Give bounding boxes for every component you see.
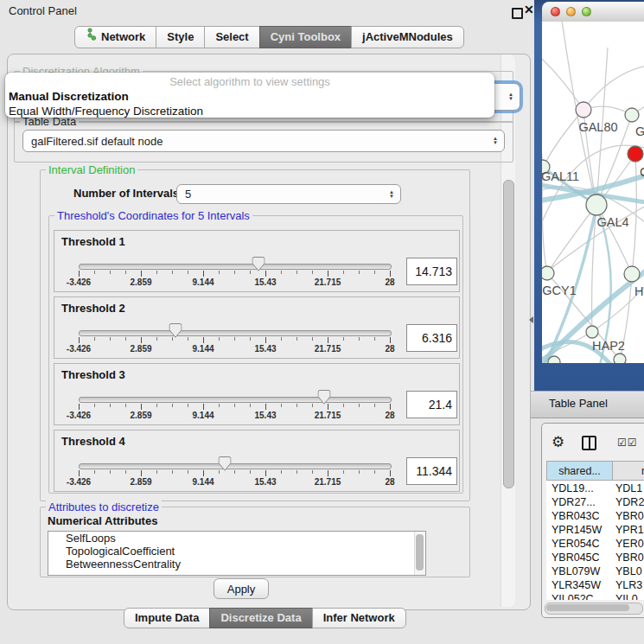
dropdown-item-equal-width[interactable]: Equal Width/Frequency Discretization	[5, 104, 494, 118]
network-canvas[interactable]: GAL80GACGAL11GAL4GCY1HHAP2	[542, 22, 644, 363]
column-header-name[interactable]: na	[612, 461, 644, 481]
dropdown-item-manual-discretization[interactable]: Manual Discretization	[5, 89, 494, 104]
table-row[interactable]: YBL079WYBL0	[546, 564, 644, 578]
network-node-label: GAL4	[596, 215, 628, 229]
cell-shared-name: YDL19...	[552, 481, 594, 495]
apply-button[interactable]: Apply	[214, 578, 269, 599]
threshold-label: Threshold 2	[61, 302, 125, 315]
network-node-label: H	[634, 284, 643, 298]
slider-tick	[390, 404, 391, 410]
network-node[interactable]	[576, 102, 591, 118]
attributes-group: Attributes to discretize Numerical Attri…	[40, 507, 470, 577]
slider-tick	[219, 404, 220, 407]
slider-tick	[312, 470, 313, 474]
cell-name: YIL0	[615, 592, 638, 600]
network-node[interactable]	[548, 356, 560, 363]
slider-tick	[343, 271, 344, 274]
tick-label: 21.715	[315, 411, 341, 420]
threshold-label: Threshold 3	[61, 368, 125, 381]
network-node[interactable]	[624, 266, 640, 282]
table-row[interactable]: YBR043CYBR0	[546, 509, 644, 523]
tick-label: 15.43	[254, 277, 276, 287]
slider-tick	[141, 404, 142, 410]
table-row[interactable]: YDR27...YDR2	[546, 495, 644, 509]
tab-style[interactable]: Style	[156, 26, 205, 48]
network-node[interactable]	[542, 266, 554, 280]
numerical-attributes-list[interactable]: SelfLoopsTopologicalCoefficientBetweenne…	[48, 531, 426, 576]
slider-track[interactable]	[79, 264, 392, 270]
tab-select[interactable]: Select	[204, 26, 259, 48]
threshold-value-field[interactable]	[406, 324, 457, 352]
zoom-traffic-light[interactable]	[582, 7, 591, 16]
column-header-shared[interactable]: shared...	[546, 461, 613, 481]
table-row[interactable]: YLR345WYLR3	[546, 578, 644, 592]
slider-tick	[141, 271, 142, 277]
network-node[interactable]	[586, 194, 607, 215]
threshold-label: Threshold 1	[61, 235, 125, 248]
slider-track[interactable]	[79, 330, 392, 336]
list-item[interactable]: SelfLoops	[48, 532, 425, 545]
threshold-value-field[interactable]	[406, 457, 457, 485]
cell-name: YLR3	[615, 578, 642, 592]
tab-discretize-data[interactable]: Discretize Data	[209, 608, 312, 628]
table-row[interactable]: YBR045CYBR0	[546, 551, 644, 564]
slider-tick	[234, 404, 235, 407]
slider-tick	[110, 470, 111, 474]
slider-track[interactable]	[79, 463, 392, 469]
close-traffic-light[interactable]	[551, 7, 560, 16]
split-columns-icon[interactable]	[582, 436, 596, 450]
panel-scrollbar-thumb[interactable]	[503, 180, 514, 488]
list-item[interactable]: BetweennessCentrality	[48, 558, 425, 571]
slider-thumb[interactable]	[219, 456, 232, 471]
table-row[interactable]: YIL052CYIL0	[546, 592, 644, 600]
network-node-selected[interactable]	[628, 146, 643, 162]
table-row[interactable]: YDL19...YDL1	[546, 481, 644, 495]
slider-tick	[281, 470, 282, 474]
dropdown-placeholder-item[interactable]: Select algorithm to view settings	[5, 73, 494, 89]
tab-jactivemnodules[interactable]: jActiveMNodules	[351, 26, 464, 48]
slider-tick	[296, 404, 297, 407]
tab-cyni-toolbox[interactable]: Cyni Toolbox	[259, 26, 352, 48]
tick-label: 2.859	[130, 277, 151, 287]
slider-thumb[interactable]	[318, 390, 331, 405]
slider-tick	[359, 337, 360, 341]
tab-impute-data[interactable]: Impute Data	[124, 608, 210, 628]
slider-tick	[265, 271, 266, 277]
network-node[interactable]	[586, 326, 598, 338]
cell-name: YBR0	[615, 509, 644, 523]
cell-name: YDL1	[615, 481, 642, 495]
numerical-attributes-label: Numerical Attributes	[48, 514, 157, 527]
slider-thumb[interactable]	[169, 323, 182, 338]
slider-thumb[interactable]	[252, 257, 265, 271]
float-window-icon[interactable]	[512, 8, 523, 19]
slider-tick	[79, 337, 80, 343]
network-node[interactable]	[614, 354, 626, 363]
thresholds-group: Threshold's Coordinates for 5 Intervals …	[48, 215, 463, 494]
table-data-combo[interactable]: galFiltered.sif default node ▲▼	[22, 130, 505, 152]
slider-tick	[250, 271, 251, 274]
close-icon[interactable]: ✕	[524, 3, 534, 16]
slider-tick	[328, 404, 328, 410]
minimize-traffic-light[interactable]	[566, 7, 576, 16]
threshold-value-field[interactable]	[406, 258, 457, 285]
threshold-row-4: Threshold 4-3.4262.8599.14415.4321.71528	[54, 430, 460, 492]
slider-tick	[265, 470, 266, 476]
panel-divider-collapse-icon[interactable]	[529, 316, 533, 323]
tab-infer-network[interactable]: Infer Network	[312, 608, 406, 628]
table-row[interactable]: YPR145WYPR1	[546, 523, 644, 537]
table-row[interactable]: YER054CYER0	[546, 537, 644, 551]
slider-track[interactable]	[79, 397, 392, 403]
list-scrollbar-thumb[interactable]	[416, 534, 424, 571]
slider-tick	[125, 470, 126, 474]
slider-tick	[343, 470, 344, 474]
number-of-intervals-combo[interactable]: 5 ▲▼	[176, 184, 401, 204]
list-scrollbar-track[interactable]	[414, 532, 425, 575]
threshold-value-field[interactable]	[406, 391, 457, 418]
table-hscrollbar-thumb[interactable]	[546, 604, 629, 611]
network-node[interactable]	[625, 108, 639, 122]
tab-network[interactable]: Network	[74, 26, 156, 48]
list-item[interactable]: TopologicalCoefficient	[48, 545, 425, 558]
slider-tick	[359, 271, 360, 274]
checkbox-icons[interactable]: ☑☑	[617, 437, 638, 449]
gear-icon[interactable]: ⚙	[552, 433, 564, 451]
